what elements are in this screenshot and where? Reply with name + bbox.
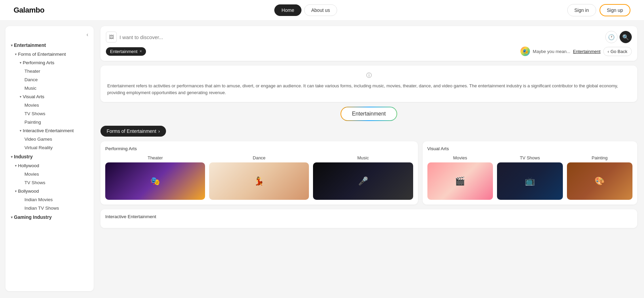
sidebar: ‹ ▾ Entertainment ▾ Forms of Entertainme…: [5, 26, 94, 291]
sidebar-item-performing-arts[interactable]: ▾ Performing Arts: [5, 58, 94, 67]
chevron-left-icon: ‹: [608, 49, 609, 54]
tag-left: Entertainment ×: [106, 47, 146, 56]
dance-image: 💃: [209, 162, 309, 200]
performing-arts-section: Performing Arts Theater 🎭 Dance 💃 Music …: [100, 141, 418, 205]
movies-image: 🎬: [427, 162, 493, 200]
search-bar: 🖼 🕐 🔍 Entertainment ×: [100, 26, 637, 61]
painting-image: 🎨: [567, 162, 632, 200]
sidebar-item-hollywood[interactable]: ▾ Hollywood: [5, 161, 94, 170]
maybe-mean-prefix: Maybe you mean...: [533, 49, 570, 54]
sidebar-item-indian-tv-shows[interactable]: Indian TV Shows: [5, 204, 94, 212]
sidebar-item-forms-of-entertainment[interactable]: ▾ Forms of Entertainment: [5, 50, 94, 58]
sidebar-item-industry[interactable]: ▾ Industry: [5, 152, 94, 161]
movies-label: Movies: [427, 155, 493, 160]
theater-image: 🎭: [105, 162, 205, 200]
dance-label: Dance: [209, 155, 309, 160]
chevron-icon: ▾: [11, 215, 13, 219]
tvshows-image: 📺: [497, 162, 563, 200]
navbar: Galambo Home About us Sign in Sign up: [0, 0, 644, 21]
sidebar-item-music[interactable]: Music: [5, 84, 94, 92]
layout: ‹ ▾ Entertainment ▾ Forms of Entertainme…: [0, 21, 644, 297]
list-item: TV Shows 📺: [497, 155, 563, 200]
sidebar-item-video-games[interactable]: Video Games: [5, 135, 94, 143]
tag-right: 🎭 Maybe you mean... Entertainment ‹ Go B…: [520, 47, 632, 56]
info-icon: ⓘ: [107, 71, 630, 80]
list-item: Movies 🎬: [427, 155, 493, 200]
active-tag: Entertainment ×: [106, 47, 146, 56]
image-icon: 🖼: [109, 34, 114, 40]
info-text: Entertainment refers to activities or pe…: [107, 83, 630, 97]
ent-pill-row: Entertainment: [100, 107, 637, 121]
sidebar-item-movies-hollywood[interactable]: Movies: [5, 170, 94, 178]
sidebar-item-virtual-reality[interactable]: Virtual Reality: [5, 143, 94, 152]
search-button[interactable]: 🔍: [620, 31, 632, 43]
sidebar-item-visual-arts[interactable]: ▾ Visual Arts: [5, 92, 94, 101]
info-box: ⓘ Entertainment refers to activities or …: [100, 66, 637, 102]
list-item: Dance 💃: [209, 155, 309, 200]
chevron-left-icon: ‹: [87, 32, 88, 38]
nav-center: Home About us: [274, 4, 337, 16]
chevron-icon: ▾: [15, 189, 17, 193]
go-back-button[interactable]: ‹ Go Back: [603, 47, 632, 56]
sidebar-item-entertainment[interactable]: ▾ Entertainment: [5, 40, 94, 50]
tag-close-button[interactable]: ×: [140, 49, 142, 54]
music-image: 🎤: [313, 162, 413, 200]
content-grid: Performing Arts Theater 🎭 Dance 💃 Music …: [100, 141, 637, 205]
nav-about-button[interactable]: About us: [304, 4, 337, 16]
chevron-icon: ▾: [11, 43, 13, 47]
tag-row: Entertainment × 🎭 Maybe you mean... Ente…: [106, 47, 632, 56]
tag-label: Entertainment: [110, 49, 137, 54]
sign-up-button[interactable]: Sign up: [600, 4, 630, 16]
sign-in-button[interactable]: Sign in: [567, 4, 596, 16]
sidebar-item-bollywood[interactable]: ▾ Bollywood: [5, 187, 94, 195]
logo: Galambo: [14, 6, 44, 15]
chevron-icon: ▾: [15, 52, 17, 56]
maybe-mean-link[interactable]: Entertainment: [573, 49, 601, 54]
history-button[interactable]: 🕐: [605, 31, 618, 43]
maybe-mean: 🎭 Maybe you mean... Entertainment: [520, 47, 601, 56]
entertainment-pill[interactable]: Entertainment: [341, 107, 398, 121]
painting-label: Painting: [567, 155, 632, 160]
chevron-icon: ▾: [15, 164, 17, 168]
tvshows-label: TV Shows: [497, 155, 563, 160]
visual-arts-section: Visual Arts Movies 🎬 TV Shows 📺 Painting…: [423, 141, 637, 205]
avatar: 🎭: [520, 47, 530, 56]
search-input-row: 🖼 🕐 🔍: [106, 31, 632, 43]
sidebar-item-interactive-entertainment[interactable]: ▾ Interactive Entertainment: [5, 126, 94, 135]
visual-arts-label: Visual Arts: [427, 146, 632, 151]
visual-arts-items: Movies 🎬 TV Shows 📺 Painting 🎨: [427, 155, 632, 200]
sidebar-collapse-button[interactable]: ‹: [5, 32, 94, 40]
chevron-icon: ▾: [20, 61, 21, 65]
main-content: 🖼 🕐 🔍 Entertainment ×: [94, 21, 644, 297]
chevron-icon: ▾: [20, 95, 21, 99]
performing-arts-label: Performing Arts: [105, 146, 413, 151]
chevron-icon: ▾: [20, 129, 21, 133]
sidebar-item-painting[interactable]: Painting: [5, 118, 94, 126]
sidebar-item-tv-shows[interactable]: TV Shows: [5, 109, 94, 118]
chevron-icon: ▾: [11, 155, 13, 159]
image-upload-icon[interactable]: 🖼: [106, 32, 117, 42]
performing-arts-items: Theater 🎭 Dance 💃 Music 🎤: [105, 155, 413, 200]
interactive-entertainment-section: Interactive Entertainment: [100, 209, 637, 228]
forms-pill[interactable]: Forms of Entertainment ›: [100, 126, 166, 137]
nav-home-button[interactable]: Home: [274, 4, 301, 16]
sidebar-item-gaming-industry[interactable]: ▾ Gaming Industry: [5, 212, 94, 222]
list-item: Music 🎤: [313, 155, 413, 200]
search-input[interactable]: [119, 34, 603, 40]
list-item: Painting 🎨: [567, 155, 632, 200]
nav-right: Sign in Sign up: [567, 4, 630, 16]
forms-breadcrumb: Forms of Entertainment ›: [100, 126, 637, 137]
list-item: Theater 🎭: [105, 155, 205, 200]
history-icon: 🕐: [608, 34, 615, 40]
search-action-icons: 🕐 🔍: [605, 31, 632, 43]
theater-label: Theater: [105, 155, 205, 160]
sidebar-item-indian-movies[interactable]: Indian Movies: [5, 195, 94, 204]
sidebar-item-theater[interactable]: Theater: [5, 67, 94, 75]
sidebar-item-dance[interactable]: Dance: [5, 75, 94, 84]
search-icon: 🔍: [622, 34, 629, 40]
sidebar-item-tv-shows-hollywood[interactable]: TV Shows: [5, 178, 94, 187]
chevron-right-icon: ›: [158, 128, 160, 134]
sidebar-item-movies[interactable]: Movies: [5, 101, 94, 109]
music-label: Music: [313, 155, 413, 160]
interactive-entertainment-label: Interactive Entertainment: [105, 214, 632, 219]
